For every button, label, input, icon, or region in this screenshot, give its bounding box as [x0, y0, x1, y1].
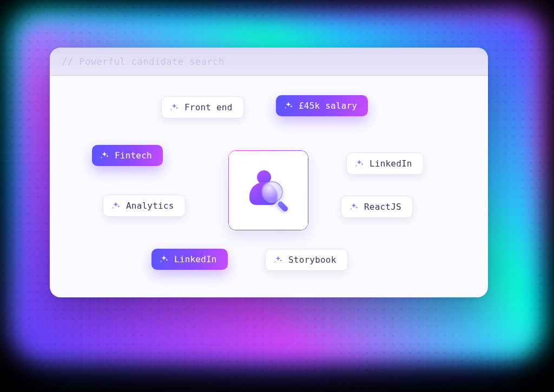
title-text: Powerful candidate search [79, 56, 224, 67]
tile-inner [229, 151, 308, 230]
chip-label: LinkedIn [174, 254, 217, 264]
sparkle-icon [169, 103, 179, 112]
chip-label: LinkedIn [370, 158, 412, 169]
chip-label: £45k salary [299, 101, 357, 111]
chip-front-end[interactable]: Front end [161, 96, 244, 118]
card-header: // Powerful candidate search [50, 48, 488, 76]
sparkle-icon [111, 201, 121, 211]
chip-canvas: Front end £45k salary Fintech LinkedIn [50, 76, 488, 297]
chip-label: Storybook [288, 255, 337, 265]
sparkle-icon [349, 202, 359, 212]
chip-reactjs[interactable]: ReactJS [341, 196, 413, 218]
sparkle-icon [354, 159, 364, 169]
sparkle-icon [273, 255, 283, 265]
person-search-tile[interactable] [228, 150, 308, 230]
chip-salary[interactable]: £45k salary [276, 95, 368, 116]
chip-linkedin-2[interactable]: LinkedIn [151, 249, 228, 270]
chip-analytics[interactable]: Analytics [103, 195, 186, 217]
chip-fintech[interactable]: Fintech [92, 145, 163, 166]
sparkle-icon [159, 255, 169, 264]
chip-label: ReactJS [364, 202, 401, 212]
title-prefix: // [62, 56, 79, 67]
card-title: // Powerful candidate search [62, 56, 225, 67]
person-search-icon [245, 167, 292, 214]
sparkle-icon [283, 101, 293, 111]
sparkle-icon [100, 151, 109, 161]
magnifier-icon [261, 181, 292, 211]
chip-label: Front end [184, 102, 233, 112]
illustration-stage: // Powerful candidate search Front end £… [0, 0, 554, 392]
chip-label: Analytics [126, 201, 174, 211]
chip-storybook[interactable]: Storybook [265, 249, 348, 271]
chip-label: Fintech [115, 150, 152, 161]
search-card: // Powerful candidate search Front end £… [50, 48, 488, 297]
chip-linkedin[interactable]: LinkedIn [346, 152, 424, 175]
